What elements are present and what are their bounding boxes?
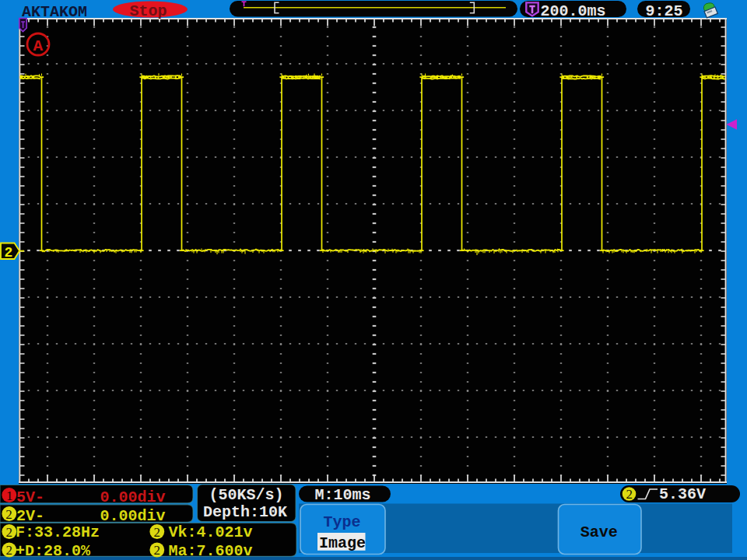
svg-text:2: 2 bbox=[6, 543, 13, 558]
svg-text:5.36V: 5.36V bbox=[659, 485, 706, 503]
svg-text:+D:28.0%: +D:28.0% bbox=[16, 542, 91, 560]
svg-text:Ma:7.600v: Ma:7.600v bbox=[169, 542, 253, 560]
svg-text:200.0ms: 200.0ms bbox=[541, 2, 606, 20]
svg-text:9:25: 9:25 bbox=[646, 2, 683, 20]
svg-text:2: 2 bbox=[6, 525, 13, 540]
svg-text:2: 2 bbox=[5, 245, 13, 261]
svg-text:2: 2 bbox=[154, 525, 161, 540]
svg-text:0.00div: 0.00div bbox=[100, 507, 166, 525]
svg-text:A: A bbox=[33, 37, 44, 55]
svg-text:(50KS/s): (50KS/s) bbox=[209, 486, 284, 504]
svg-text:Depth:10K: Depth:10K bbox=[203, 503, 287, 521]
svg-text:2: 2 bbox=[626, 487, 633, 502]
svg-text:5V-: 5V- bbox=[16, 488, 44, 506]
svg-text:Image: Image bbox=[319, 534, 366, 552]
svg-text:Save: Save bbox=[580, 523, 618, 541]
svg-text:1: 1 bbox=[6, 488, 13, 503]
svg-text:2: 2 bbox=[5, 507, 12, 522]
svg-text:Type: Type bbox=[324, 513, 361, 531]
svg-text:Stop: Stop bbox=[130, 2, 167, 20]
svg-text:Vk:4.021v: Vk:4.021v bbox=[169, 523, 253, 541]
svg-text:2: 2 bbox=[154, 543, 161, 558]
svg-text:AKTAKOM: AKTAKOM bbox=[22, 3, 87, 21]
svg-text:F:33.28Hz: F:33.28Hz bbox=[16, 523, 100, 541]
svg-text:M:10ms: M:10ms bbox=[315, 486, 371, 504]
svg-text:2V-: 2V- bbox=[16, 507, 44, 525]
svg-text:0.00div: 0.00div bbox=[100, 488, 166, 506]
